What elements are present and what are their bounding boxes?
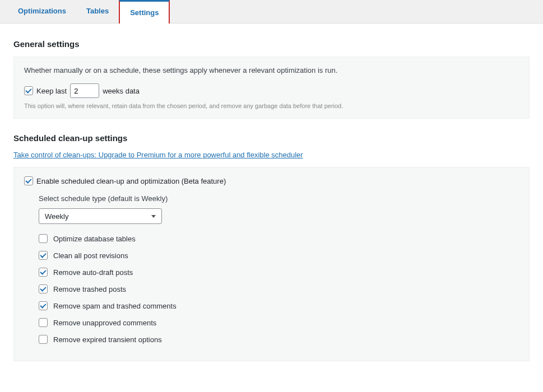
general-intro: Whether manually or on a schedule, these…: [24, 66, 519, 74]
schedule-type-select[interactable]: Weekly: [39, 208, 162, 224]
keep-last-hint: This option will, where relevant, retain…: [24, 102, 519, 109]
schedule-option-checkbox[interactable]: [39, 251, 48, 260]
scheduled-heading: Scheduled clean-up settings: [13, 133, 530, 143]
schedule-option-label: Remove spam and trashed comments: [53, 302, 177, 310]
schedule-option: Remove trashed posts: [39, 284, 519, 293]
schedule-option: Clean all post revisions: [39, 251, 519, 260]
schedule-option-label: Clean all post revisions: [53, 251, 128, 260]
keep-last-prefix: Keep last: [36, 87, 67, 95]
schedule-option-checkbox[interactable]: [39, 318, 48, 327]
tab-bar: Optimizations Tables Settings: [0, 0, 543, 24]
tab-optimizations[interactable]: Optimizations: [8, 0, 76, 23]
schedule-option-label: Remove trashed posts: [53, 285, 126, 293]
schedule-option-label: Optimize database tables: [53, 235, 136, 243]
enable-scheduled-checkbox[interactable]: [24, 176, 33, 185]
schedule-option: Remove auto-draft posts: [39, 268, 519, 277]
schedule-option: Remove unapproved comments: [39, 318, 519, 327]
tab-settings[interactable]: Settings: [119, 0, 170, 24]
schedule-option-checkbox[interactable]: [39, 234, 48, 243]
general-heading: General settings: [13, 39, 530, 49]
schedule-option: Remove expired transient options: [39, 335, 519, 344]
tab-tables[interactable]: Tables: [76, 0, 119, 23]
schedule-option-label: Remove auto-draft posts: [53, 268, 133, 277]
schedule-option: Remove spam and trashed comments: [39, 301, 519, 310]
schedule-option-label: Remove unapproved comments: [53, 319, 156, 327]
schedule-option-label: Remove expired transient options: [53, 335, 162, 344]
schedule-option-checkbox[interactable]: [39, 335, 48, 344]
scheduled-panel: Enable scheduled clean-up and optimizati…: [13, 167, 530, 361]
schedule-option: Optimize database tables: [39, 234, 519, 243]
schedule-option-checkbox[interactable]: [39, 284, 48, 293]
enable-scheduled-label: Enable scheduled clean-up and optimizati…: [36, 177, 226, 185]
keep-last-checkbox[interactable]: [24, 86, 33, 95]
keep-weeks-input[interactable]: [70, 83, 99, 98]
keep-last-suffix: weeks data: [103, 87, 140, 95]
schedule-type-label: Select schedule type (default is Weekly): [39, 194, 519, 203]
schedule-option-checkbox[interactable]: [39, 268, 48, 277]
general-panel: Whether manually or on a schedule, these…: [13, 57, 530, 119]
schedule-option-checkbox[interactable]: [39, 301, 48, 310]
schedule-type-value: Weekly: [45, 212, 68, 221]
upgrade-link[interactable]: Take control of clean-ups: Upgrade to Pr…: [13, 151, 303, 159]
